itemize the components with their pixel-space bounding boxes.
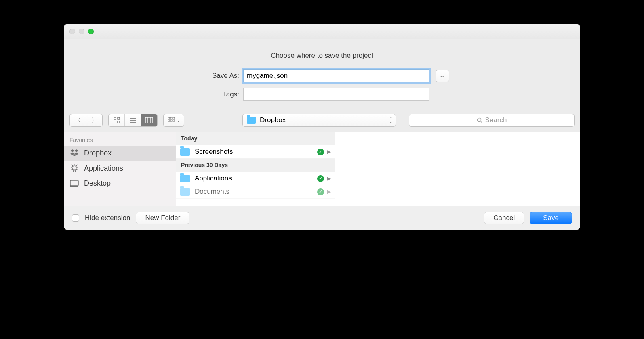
cancel-label: Cancel bbox=[493, 214, 515, 222]
titlebar bbox=[64, 24, 580, 39]
folder-icon bbox=[180, 188, 190, 196]
sidebar-item-desktop[interactable]: Desktop bbox=[64, 176, 176, 191]
sidebar-item-label: Applications bbox=[84, 164, 123, 173]
close-window-button[interactable] bbox=[69, 29, 75, 34]
save-as-label: Save As: bbox=[195, 72, 239, 80]
svg-rect-13 bbox=[168, 120, 170, 121]
save-label: Save bbox=[543, 214, 559, 222]
file-browser: Favorites Dropbox Applications Desktop bbox=[64, 132, 580, 206]
search-input[interactable]: Search bbox=[409, 114, 575, 127]
collapse-expand-button[interactable]: ︿ bbox=[436, 70, 449, 82]
view-mode-segment bbox=[108, 114, 158, 127]
chevron-left-icon: 〈 bbox=[75, 117, 81, 124]
svg-line-17 bbox=[480, 121, 482, 123]
hide-extension-label: Hide extension bbox=[85, 214, 130, 222]
hide-extension-checkbox[interactable] bbox=[72, 214, 79, 222]
new-folder-label: New Folder bbox=[145, 214, 180, 222]
svg-rect-0 bbox=[114, 117, 116, 119]
folder-item[interactable]: Applications ✓ ▶ bbox=[176, 172, 335, 185]
svg-rect-2 bbox=[114, 121, 116, 123]
search-placeholder: Search bbox=[485, 116, 507, 124]
location-dropdown[interactable]: Dropbox ⌃⌄ bbox=[242, 114, 396, 127]
nav-back-button[interactable]: 〈 bbox=[70, 114, 86, 126]
synced-badge-icon: ✓ bbox=[317, 149, 324, 155]
new-folder-button[interactable]: New Folder bbox=[136, 212, 189, 224]
dropbox-icon bbox=[69, 149, 79, 157]
save-form: Save As: ︿ Tags: bbox=[64, 69, 580, 112]
view-columns-button[interactable] bbox=[141, 114, 157, 126]
list-icon bbox=[130, 117, 136, 123]
save-button[interactable]: Save bbox=[530, 212, 572, 224]
nav-segment: 〈 〉 bbox=[69, 114, 103, 127]
svg-rect-7 bbox=[145, 117, 153, 123]
column-header: Today bbox=[176, 132, 335, 145]
file-column: Today Screenshots ✓ ▶ Previous 30 Days A… bbox=[176, 132, 335, 206]
sidebar-item-label: Desktop bbox=[84, 179, 111, 188]
svg-rect-18 bbox=[70, 180, 78, 186]
chevron-right-icon: ▶ bbox=[327, 149, 331, 155]
arrange-segment: ⌄ bbox=[163, 114, 184, 127]
applications-icon bbox=[69, 164, 79, 173]
tags-input[interactable] bbox=[243, 88, 429, 101]
folder-item-label: Screenshots bbox=[195, 148, 233, 156]
folder-item-label: Documents bbox=[195, 188, 229, 196]
folder-item[interactable]: Screenshots ✓ ▶ bbox=[176, 145, 335, 159]
synced-badge-icon: ✓ bbox=[317, 188, 324, 195]
view-icons-button[interactable] bbox=[109, 114, 125, 126]
dialog-title: Choose where to save the project bbox=[64, 39, 580, 69]
save-dialog-window: Choose where to save the project Save As… bbox=[64, 24, 580, 230]
desktop-icon bbox=[69, 180, 79, 187]
chevron-right-icon: ▶ bbox=[327, 189, 331, 195]
svg-rect-12 bbox=[173, 117, 175, 119]
search-icon bbox=[477, 117, 483, 123]
maximize-window-button[interactable] bbox=[88, 29, 94, 34]
svg-rect-3 bbox=[118, 121, 120, 123]
sidebar: Favorites Dropbox Applications Desktop bbox=[64, 132, 176, 206]
sidebar-item-label: Dropbox bbox=[84, 149, 112, 157]
save-as-input[interactable] bbox=[243, 69, 429, 82]
columns-icon bbox=[145, 117, 153, 123]
svg-rect-14 bbox=[170, 120, 172, 121]
browser-toolbar: 〈 〉 ⌄ Dropbox ⌃⌄ bbox=[64, 112, 580, 132]
folder-icon bbox=[180, 175, 190, 182]
stepper-icon: ⌃⌄ bbox=[389, 117, 392, 123]
svg-rect-11 bbox=[170, 117, 172, 119]
chevron-up-icon: ︿ bbox=[440, 72, 445, 80]
chevron-right-icon: ▶ bbox=[327, 176, 331, 181]
cancel-button[interactable]: Cancel bbox=[484, 212, 524, 224]
folder-item-label: Applications bbox=[195, 174, 232, 182]
minimize-window-button[interactable] bbox=[79, 29, 84, 34]
empty-column bbox=[335, 132, 580, 206]
view-list-button[interactable] bbox=[125, 114, 141, 126]
folder-icon bbox=[247, 117, 256, 124]
arrange-button[interactable]: ⌄ bbox=[164, 114, 184, 126]
dialog-footer: Hide extension New Folder Cancel Save bbox=[64, 206, 580, 230]
grid-icon bbox=[114, 117, 120, 123]
chevron-right-icon: 〉 bbox=[91, 117, 97, 124]
svg-point-16 bbox=[477, 118, 481, 121]
svg-rect-10 bbox=[168, 117, 170, 119]
nav-forward-button[interactable]: 〉 bbox=[86, 114, 102, 126]
folder-icon bbox=[180, 148, 190, 156]
svg-rect-15 bbox=[173, 120, 175, 121]
sidebar-header: Favorites bbox=[64, 132, 176, 146]
chevron-down-icon: ⌄ bbox=[177, 118, 180, 123]
synced-badge-icon: ✓ bbox=[317, 175, 324, 182]
location-label: Dropbox bbox=[260, 116, 286, 124]
sidebar-item-applications[interactable]: Applications bbox=[64, 161, 176, 176]
sidebar-item-dropbox[interactable]: Dropbox bbox=[64, 146, 176, 161]
tags-label: Tags: bbox=[195, 90, 239, 98]
column-header: Previous 30 Days bbox=[176, 159, 335, 172]
arrange-icon bbox=[168, 117, 175, 123]
svg-rect-1 bbox=[118, 117, 120, 119]
folder-item[interactable]: Documents ✓ ▶ bbox=[176, 185, 335, 199]
